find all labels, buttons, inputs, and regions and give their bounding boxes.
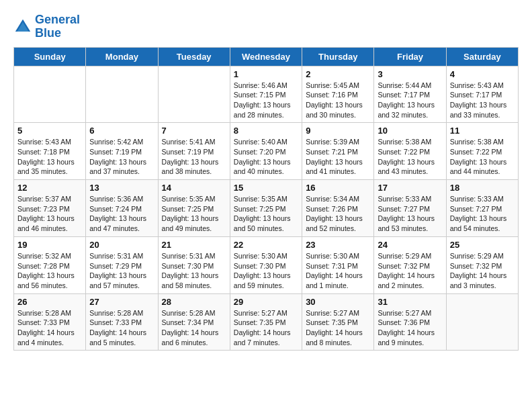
day-number: 26 [17, 297, 82, 307]
calendar-week-row: 5Sunrise: 5:43 AM Sunset: 7:18 PM Daylig… [14, 123, 519, 180]
day-info: Sunrise: 5:42 AM Sunset: 7:19 PM Dayligh… [89, 137, 154, 177]
day-number: 28 [162, 297, 226, 307]
day-number: 20 [89, 240, 154, 250]
calendar-cell: 16Sunrise: 5:34 AM Sunset: 7:26 PM Dayli… [302, 180, 374, 237]
logo-icon [13, 17, 32, 36]
calendar-cell: 29Sunrise: 5:27 AM Sunset: 7:35 PM Dayli… [230, 293, 302, 351]
day-of-week-row: SundayMondayTuesdayWednesdayThursdayFrid… [14, 47, 519, 66]
dow-header: Monday [86, 47, 158, 66]
logo: General Blue [13, 13, 80, 40]
calendar-cell: 25Sunrise: 5:29 AM Sunset: 7:32 PM Dayli… [446, 236, 518, 293]
calendar-cell: 3Sunrise: 5:44 AM Sunset: 7:17 PM Daylig… [374, 66, 446, 123]
day-info: Sunrise: 5:31 AM Sunset: 7:30 PM Dayligh… [162, 251, 226, 291]
calendar-cell: 21Sunrise: 5:31 AM Sunset: 7:30 PM Dayli… [158, 236, 230, 293]
day-info: Sunrise: 5:43 AM Sunset: 7:17 PM Dayligh… [450, 81, 515, 120]
day-info: Sunrise: 5:41 AM Sunset: 7:19 PM Dayligh… [162, 137, 226, 177]
day-number: 5 [17, 126, 82, 136]
dow-header: Tuesday [158, 47, 230, 66]
calendar-cell: 20Sunrise: 5:31 AM Sunset: 7:29 PM Dayli… [86, 236, 158, 293]
day-number: 22 [234, 240, 298, 250]
calendar-cell: 22Sunrise: 5:30 AM Sunset: 7:30 PM Dayli… [230, 236, 302, 293]
calendar-cell: 10Sunrise: 5:38 AM Sunset: 7:22 PM Dayli… [374, 123, 446, 180]
day-info: Sunrise: 5:28 AM Sunset: 7:33 PM Dayligh… [89, 308, 154, 348]
calendar-cell: 6Sunrise: 5:42 AM Sunset: 7:19 PM Daylig… [86, 123, 158, 180]
day-number: 9 [306, 126, 370, 136]
day-info: Sunrise: 5:35 AM Sunset: 7:25 PM Dayligh… [234, 194, 298, 234]
calendar-cell: 19Sunrise: 5:32 AM Sunset: 7:28 PM Dayli… [14, 236, 86, 293]
calendar-cell: 7Sunrise: 5:41 AM Sunset: 7:19 PM Daylig… [158, 123, 230, 180]
day-number: 23 [306, 240, 370, 250]
day-number: 1 [234, 69, 298, 79]
day-info: Sunrise: 5:44 AM Sunset: 7:17 PM Dayligh… [378, 81, 442, 120]
calendar-cell: 31Sunrise: 5:27 AM Sunset: 7:36 PM Dayli… [374, 293, 446, 351]
calendar-cell: 24Sunrise: 5:29 AM Sunset: 7:32 PM Dayli… [374, 236, 446, 293]
day-number: 2 [306, 69, 370, 79]
calendar-cell: 28Sunrise: 5:28 AM Sunset: 7:34 PM Dayli… [158, 293, 230, 351]
calendar-cell: 30Sunrise: 5:27 AM Sunset: 7:35 PM Dayli… [302, 293, 374, 351]
day-info: Sunrise: 5:40 AM Sunset: 7:20 PM Dayligh… [234, 137, 298, 177]
page-header: General Blue [13, 13, 519, 40]
day-number: 18 [450, 183, 515, 193]
day-info: Sunrise: 5:29 AM Sunset: 7:32 PM Dayligh… [450, 251, 515, 291]
day-info: Sunrise: 5:38 AM Sunset: 7:22 PM Dayligh… [378, 137, 442, 177]
calendar-cell: 9Sunrise: 5:39 AM Sunset: 7:21 PM Daylig… [302, 123, 374, 180]
dow-header: Saturday [446, 47, 518, 66]
day-number: 12 [17, 183, 82, 193]
calendar-cell [158, 66, 230, 123]
calendar-body: 1Sunrise: 5:46 AM Sunset: 7:15 PM Daylig… [14, 66, 519, 351]
day-info: Sunrise: 5:38 AM Sunset: 7:22 PM Dayligh… [450, 137, 515, 177]
calendar-cell [86, 66, 158, 123]
calendar-week-row: 12Sunrise: 5:37 AM Sunset: 7:23 PM Dayli… [14, 180, 519, 237]
logo-text: General Blue [35, 13, 80, 40]
calendar-cell: 23Sunrise: 5:30 AM Sunset: 7:31 PM Dayli… [302, 236, 374, 293]
calendar-cell: 4Sunrise: 5:43 AM Sunset: 7:17 PM Daylig… [446, 66, 518, 123]
day-info: Sunrise: 5:45 AM Sunset: 7:16 PM Dayligh… [306, 81, 370, 120]
calendar-cell: 26Sunrise: 5:28 AM Sunset: 7:33 PM Dayli… [14, 293, 86, 351]
calendar-cell [446, 293, 518, 351]
day-info: Sunrise: 5:32 AM Sunset: 7:28 PM Dayligh… [17, 251, 82, 291]
day-info: Sunrise: 5:31 AM Sunset: 7:29 PM Dayligh… [89, 251, 154, 291]
day-number: 7 [162, 126, 226, 136]
day-number: 31 [378, 297, 442, 307]
day-number: 8 [234, 126, 298, 136]
day-info: Sunrise: 5:37 AM Sunset: 7:23 PM Dayligh… [17, 194, 82, 234]
day-info: Sunrise: 5:30 AM Sunset: 7:31 PM Dayligh… [306, 251, 370, 291]
day-info: Sunrise: 5:46 AM Sunset: 7:15 PM Dayligh… [234, 81, 298, 120]
dow-header: Thursday [302, 47, 374, 66]
calendar-cell: 5Sunrise: 5:43 AM Sunset: 7:18 PM Daylig… [14, 123, 86, 180]
day-number: 17 [378, 183, 442, 193]
day-info: Sunrise: 5:43 AM Sunset: 7:18 PM Dayligh… [17, 137, 82, 177]
day-number: 15 [234, 183, 298, 193]
day-number: 3 [378, 69, 442, 79]
day-info: Sunrise: 5:27 AM Sunset: 7:35 PM Dayligh… [234, 308, 298, 348]
calendar-cell: 8Sunrise: 5:40 AM Sunset: 7:20 PM Daylig… [230, 123, 302, 180]
dow-header: Friday [374, 47, 446, 66]
day-info: Sunrise: 5:35 AM Sunset: 7:25 PM Dayligh… [162, 194, 226, 234]
calendar-cell: 1Sunrise: 5:46 AM Sunset: 7:15 PM Daylig… [230, 66, 302, 123]
day-number: 24 [378, 240, 442, 250]
day-info: Sunrise: 5:27 AM Sunset: 7:35 PM Dayligh… [306, 308, 370, 348]
calendar-table: SundayMondayTuesdayWednesdayThursdayFrid… [13, 47, 519, 351]
calendar-cell: 12Sunrise: 5:37 AM Sunset: 7:23 PM Dayli… [14, 180, 86, 237]
calendar-cell: 11Sunrise: 5:38 AM Sunset: 7:22 PM Dayli… [446, 123, 518, 180]
day-number: 25 [450, 240, 515, 250]
day-number: 14 [162, 183, 226, 193]
day-number: 6 [89, 126, 154, 136]
calendar-cell: 14Sunrise: 5:35 AM Sunset: 7:25 PM Dayli… [158, 180, 230, 237]
calendar-cell: 18Sunrise: 5:33 AM Sunset: 7:27 PM Dayli… [446, 180, 518, 237]
day-number: 19 [17, 240, 82, 250]
calendar-cell: 27Sunrise: 5:28 AM Sunset: 7:33 PM Dayli… [86, 293, 158, 351]
calendar-week-row: 1Sunrise: 5:46 AM Sunset: 7:15 PM Daylig… [14, 66, 519, 123]
day-info: Sunrise: 5:28 AM Sunset: 7:33 PM Dayligh… [17, 308, 82, 348]
day-info: Sunrise: 5:39 AM Sunset: 7:21 PM Dayligh… [306, 137, 370, 177]
day-info: Sunrise: 5:29 AM Sunset: 7:32 PM Dayligh… [378, 251, 442, 291]
calendar-cell [14, 66, 86, 123]
day-number: 10 [378, 126, 442, 136]
day-number: 27 [89, 297, 154, 307]
day-number: 30 [306, 297, 370, 307]
day-number: 13 [89, 183, 154, 193]
day-info: Sunrise: 5:28 AM Sunset: 7:34 PM Dayligh… [162, 308, 226, 348]
dow-header: Wednesday [230, 47, 302, 66]
day-number: 11 [450, 126, 515, 136]
day-number: 4 [450, 69, 515, 79]
